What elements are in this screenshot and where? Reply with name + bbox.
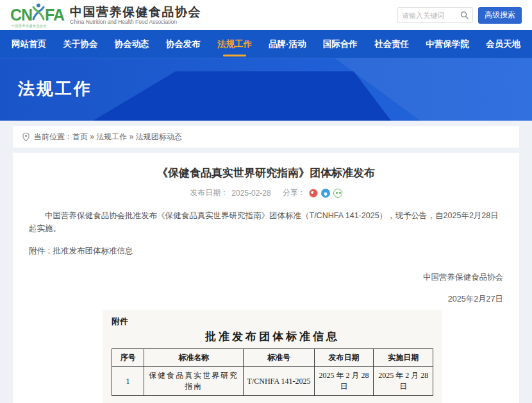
nav-item-members[interactable]: 会员天地 xyxy=(486,39,520,50)
article-title: 《保健食品真实世界研究指南》团体标准发布 xyxy=(29,166,503,180)
nav-item-regulation[interactable]: 法规工作 xyxy=(217,39,252,50)
page-title: 法规工作 xyxy=(18,78,92,100)
scan-corner-label: 附件 xyxy=(112,316,433,327)
cell-implement-date: 2025 年 2 月 28 日 xyxy=(374,367,433,396)
cell-standard-name: 保健食品真实世界研究指南 xyxy=(144,367,244,396)
cell-publish-date: 2025 年 2 月 28 日 xyxy=(314,367,374,396)
nav-item-news[interactable]: 协会动态 xyxy=(114,39,149,50)
logo-letters-cn: CN xyxy=(10,7,32,23)
standards-table: 序号 标准名称 标准号 发布日期 实施日期 1 保健食品真实世界研究指南 T/C… xyxy=(112,348,433,396)
site-title-zh: 中国营养保健食品协会 xyxy=(70,5,201,19)
weibo-icon[interactable] xyxy=(309,189,318,198)
site-title-en: China Nutrition and Health Food Associat… xyxy=(70,19,201,26)
table-row: 1 保健食品真实世界研究指南 T/CNHFA 141-2025 2025 年 2… xyxy=(112,367,433,396)
nav-item-about[interactable]: 关于协会 xyxy=(63,39,97,50)
scan-table-title: 批准发布团体标准信息 xyxy=(112,329,433,344)
nav-item-brand[interactable]: 品牌·活动 xyxy=(269,39,306,50)
logo-tiny-text: 中国营养保健食品协会 xyxy=(12,24,47,28)
table-header-row: 序号 标准名称 标准号 发布日期 实施日期 xyxy=(112,349,433,367)
nav-item-responsibility[interactable]: 社会责任 xyxy=(374,39,409,50)
col-header-index: 序号 xyxy=(112,349,144,367)
wechat-icon[interactable] xyxy=(333,189,342,198)
location-pin-icon xyxy=(22,132,29,142)
logo-letters-fa: FA xyxy=(45,7,64,23)
breadcrumb-text[interactable]: 当前位置：首页 » 法规工作 » 法规团标动态 xyxy=(34,132,182,142)
nav-item-home[interactable]: 网站首页 xyxy=(12,39,46,50)
cell-index: 1 xyxy=(112,367,144,396)
logo-figure-icon xyxy=(31,3,46,23)
advanced-search-button[interactable]: 高级搜索 xyxy=(478,7,522,24)
article-signature-date: 2025年2月27日 xyxy=(29,294,503,305)
cell-standard-no: T/CNHFA 141-2025 xyxy=(244,367,314,396)
col-header-implement-date: 实施日期 xyxy=(374,349,433,367)
article-attachment-line: 附件：批准发布团体标准信息 xyxy=(29,246,503,257)
nav-item-publish[interactable]: 协会发布 xyxy=(166,39,201,50)
page-banner: 法规工作 xyxy=(0,58,532,121)
search-input[interactable] xyxy=(402,12,460,19)
col-header-publish-date: 发布日期 xyxy=(314,349,374,367)
publish-date: 2025-02-28 xyxy=(231,189,270,198)
search-icon[interactable] xyxy=(460,11,469,19)
share-label: 分享： xyxy=(283,187,306,198)
search-box[interactable] xyxy=(397,7,473,23)
col-header-standard-no: 标准号 xyxy=(244,349,314,367)
scanned-attachment-image: 附件 批准发布团体标准信息 序号 标准名称 标准号 发布日期 实施日期 1 保健… xyxy=(103,310,442,403)
qq-icon[interactable] xyxy=(321,189,330,198)
col-header-standard-name: 标准名称 xyxy=(144,349,244,367)
nav-item-international[interactable]: 国际合作 xyxy=(323,39,358,50)
main-nav: 网站首页 关于协会 协会动态 协会发布 法规工作 品牌·活动 国际合作 社会责任… xyxy=(0,30,532,58)
breadcrumb: 当前位置：首页 » 法规工作 » 法规团标动态 xyxy=(13,126,519,148)
article-card: 《保健食品真实世界研究指南》团体标准发布 发布日期：2025-02-28 分享：… xyxy=(13,153,519,403)
article-signature: 中国营养保健食品协会 xyxy=(29,272,503,283)
article-meta: 发布日期：2025-02-28 分享： xyxy=(29,187,503,198)
publish-date-label: 发布日期： xyxy=(190,187,228,198)
nav-item-academy[interactable]: 中营保学院 xyxy=(426,39,469,50)
logo[interactable]: CN FA 中国营养保健食品协会 中国营养保健食品协会 China Nutrit… xyxy=(10,3,201,28)
site-header: CN FA 中国营养保健食品协会 中国营养保健食品协会 China Nutrit… xyxy=(0,0,532,30)
article-paragraph: 中国营养保健食品协会批准发布《保健食品真实世界研究指南》团体标准（T/CNHFA… xyxy=(29,209,503,235)
logo-mark: CN FA 中国营养保健食品协会 xyxy=(10,3,64,28)
